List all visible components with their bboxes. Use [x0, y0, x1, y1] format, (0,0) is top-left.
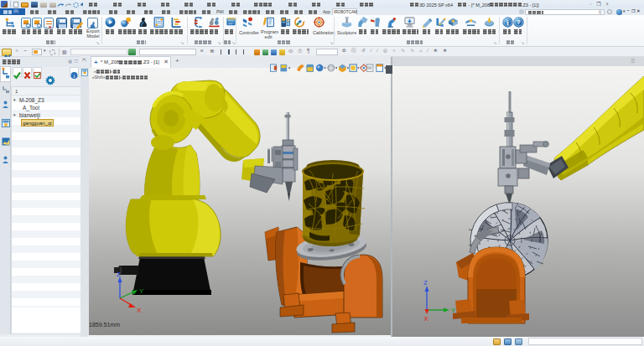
svg-text:Z: Z: [117, 271, 121, 278]
svg-text:X: X: [137, 307, 142, 314]
svg-text:Z: Z: [423, 279, 428, 287]
svg-text:Y: Y: [139, 287, 144, 295]
svg-text:i: i: [74, 73, 75, 79]
svg-text:Y: Y: [451, 307, 456, 314]
svg-text:?: ?: [517, 18, 521, 26]
svg-text:X: X: [424, 315, 429, 323]
